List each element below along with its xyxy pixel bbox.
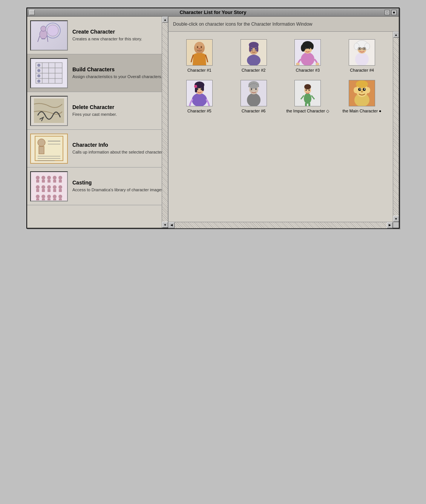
scroll-up-button[interactable]: ▲: [393, 32, 399, 38]
info-bar: Double-click on character icons for the …: [169, 17, 399, 32]
build-characters-desc: Assign characteristics to your Overall c…: [72, 74, 165, 80]
sidebar-item-casting[interactable]: Casting Access to Dramatica's library of…: [27, 167, 168, 205]
character-item-6[interactable]: Character #6: [230, 80, 277, 114]
svg-point-35: [58, 176, 62, 180]
characters-grid: Character #1: [169, 32, 393, 222]
scroll-left-button[interactable]: ◀: [169, 222, 175, 228]
svg-point-61: [201, 46, 202, 48]
character-item-1[interactable]: Character #1: [176, 39, 223, 72]
scroll-right-button[interactable]: ▶: [387, 222, 393, 228]
sidebar-scroll-up[interactable]: ▲: [162, 17, 168, 23]
svg-rect-46: [59, 189, 62, 192]
right-panel: Double-click on character icons for the …: [169, 17, 399, 228]
character-item-impact[interactable]: the Impact Character ◇: [285, 80, 331, 114]
svg-point-3: [41, 26, 46, 31]
sidebar-item-create-character[interactable]: Create Character Creates a new character…: [27, 17, 168, 54]
character-label-6: Character #6: [242, 109, 266, 113]
svg-rect-98: [202, 84, 204, 91]
character-icon-6[interactable]: [241, 80, 267, 106]
delete-character-text: Delete Character Fires your cast member.: [72, 104, 165, 117]
svg-point-112: [304, 84, 311, 89]
character-icon-main[interactable]: [349, 80, 375, 106]
character-icon-1[interactable]: [186, 39, 213, 66]
svg-point-15: [37, 69, 40, 72]
svg-point-79: [309, 48, 310, 49]
bottom-bar: ◀ ▶: [169, 222, 399, 228]
character-info-title: Character Info: [72, 142, 165, 148]
character-icon-3[interactable]: [294, 39, 321, 66]
casting-icon: [30, 171, 68, 201]
svg-rect-50: [42, 198, 45, 200]
sidebar: Create Character Creates a new character…: [27, 17, 169, 228]
character-item-3[interactable]: Character #3: [285, 39, 331, 72]
svg-point-17: [37, 80, 40, 83]
svg-point-113: [306, 89, 307, 91]
svg-point-20: [38, 139, 45, 146]
svg-rect-42: [48, 189, 51, 192]
svg-point-55: [58, 195, 62, 198]
window-content: Create Character Creates a new character…: [27, 17, 399, 228]
svg-point-37: [36, 185, 40, 189]
character-item-4[interactable]: Character #4: [339, 39, 385, 72]
svg-rect-38: [36, 189, 39, 192]
collapse-button[interactable]: □: [385, 10, 390, 15]
scroll-down-button[interactable]: ▼: [393, 216, 399, 222]
character-icon-5[interactable]: [186, 80, 213, 106]
svg-point-14: [37, 64, 40, 67]
info-bar-text: Double-click on character icons for the …: [173, 22, 313, 27]
svg-point-100: [197, 88, 198, 90]
svg-point-110: [304, 93, 311, 104]
svg-point-39: [41, 185, 45, 189]
sidebar-scrollbar[interactable]: ▲ ▼: [162, 17, 168, 228]
svg-point-1: [47, 25, 58, 36]
casting-title: Casting: [72, 180, 165, 186]
create-character-text: Create Character Creates a new character…: [72, 29, 165, 42]
character-label-impact: the Impact Character ◇: [286, 109, 329, 114]
svg-point-69: [251, 48, 253, 50]
sidebar-item-build-characters[interactable]: Build Characters Assign characteristics …: [27, 54, 168, 92]
svg-point-127: [364, 89, 365, 90]
character-item-2[interactable]: Character #2: [230, 39, 277, 72]
svg-rect-54: [53, 198, 56, 200]
svg-rect-34: [53, 180, 56, 183]
character-icon-2[interactable]: [241, 39, 267, 66]
svg-rect-40: [42, 189, 45, 192]
character-icon-impact[interactable]: [294, 80, 321, 106]
build-characters-icon: [30, 58, 68, 88]
close-button[interactable]: [29, 10, 35, 15]
svg-line-5: [47, 36, 48, 42]
svg-point-27: [36, 176, 40, 180]
zoom-button[interactable]: ■: [391, 10, 397, 15]
sidebar-item-character-info[interactable]: Character Info Calls up information abou…: [27, 130, 168, 167]
svg-point-129: [356, 80, 368, 88]
casting-desc: Access to Dramatica's library of charact…: [72, 187, 165, 193]
characters-area: Character #1: [169, 32, 399, 222]
character-item-5[interactable]: Character #5: [176, 80, 223, 114]
right-panel-scrollbar-v[interactable]: ▲ ▼: [393, 32, 399, 222]
svg-point-45: [58, 185, 62, 189]
character-label-4: Character #4: [350, 68, 374, 72]
svg-point-51: [47, 195, 51, 198]
svg-point-33: [53, 176, 57, 180]
svg-point-122: [354, 87, 358, 93]
svg-point-16: [37, 74, 40, 77]
character-label-1: Character #1: [187, 68, 211, 72]
svg-point-126: [360, 89, 361, 90]
svg-point-31: [47, 176, 51, 180]
character-label-main: the Main Character ●: [343, 109, 382, 113]
sidebar-scroll-down[interactable]: ▼: [162, 222, 168, 228]
sidebar-item-delete-character[interactable]: Delete Character Fires your cast member.: [27, 92, 168, 130]
svg-point-49: [41, 195, 45, 198]
right-panel-scrollbar-h[interactable]: ◀ ▶: [169, 222, 393, 228]
build-characters-title: Build Characters: [72, 66, 165, 72]
character-icon-4[interactable]: [349, 39, 375, 66]
character-info-icon: [30, 134, 68, 164]
main-window: Character List for Your Story □ ■: [26, 8, 400, 229]
create-character-desc: Creates a new character for this story.: [72, 36, 165, 42]
delete-character-icon: [30, 96, 68, 126]
svg-point-92: [364, 48, 365, 49]
character-item-main[interactable]: the Main Character ●: [339, 80, 385, 114]
svg-point-76: [301, 44, 305, 52]
svg-rect-28: [36, 180, 39, 183]
svg-point-43: [53, 185, 57, 189]
